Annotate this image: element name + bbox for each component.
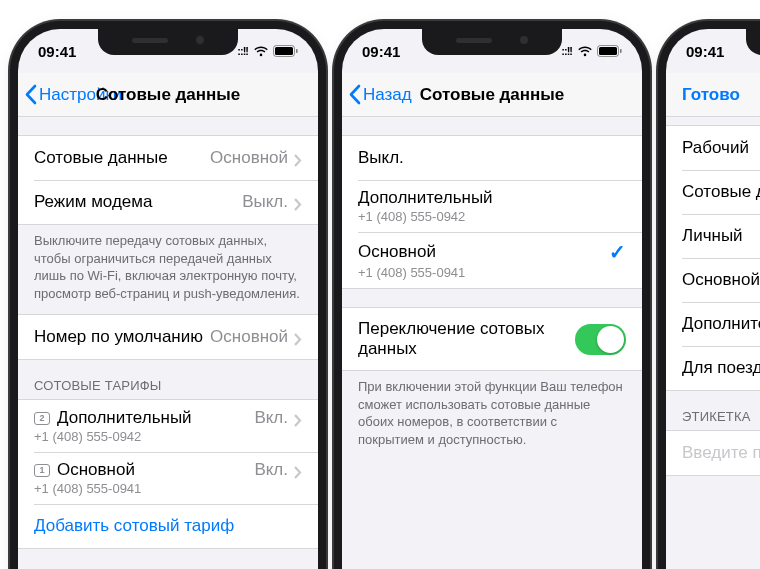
label-text: Дополнительный xyxy=(682,314,760,334)
label-option-secondary[interactable]: Дополнительный xyxy=(666,302,760,346)
label-option-travel[interactable]: Для поездок xyxy=(666,346,760,390)
signal-icon: ::!! xyxy=(237,45,248,57)
plan-number: +1 (408) 555-0941 xyxy=(34,481,302,496)
status-indicators: ::!! xyxy=(237,45,298,57)
svg-rect-4 xyxy=(599,47,617,55)
back-button[interactable]: Назад xyxy=(342,84,412,105)
label-text: Сотовые данные xyxy=(682,182,760,202)
battery-icon xyxy=(273,45,298,57)
statusbar-time: 09:41 xyxy=(686,43,740,60)
sim-slot-icon: 2 xyxy=(34,412,50,425)
option-off[interactable]: Выкл. xyxy=(342,136,642,180)
phone-cellular-settings: 09:41 ::!! Настройки Сотовые данные Сото… xyxy=(18,29,318,569)
add-plan-row[interactable]: Добавить сотовый тариф xyxy=(18,504,318,548)
phone-cellular-data-picker: 09:41 ::!! Назад Сотовые данные Выкл. До xyxy=(342,29,642,569)
custom-label-placeholder: Введите подпись xyxy=(682,443,760,463)
data-switching-label: Переключение сотовых данных xyxy=(358,319,575,359)
scroll-area[interactable]: Выкл. Дополнительный +1 (408) 555-0942 О… xyxy=(342,117,642,569)
wifi-icon xyxy=(577,45,593,57)
chevron-right-icon xyxy=(294,196,302,209)
back-button[interactable]: Настройки xyxy=(18,84,122,105)
battery-icon xyxy=(597,45,622,57)
svg-rect-2 xyxy=(296,49,298,53)
statusbar-time: 09:41 xyxy=(38,43,92,60)
sim-slot-icon: 1 xyxy=(34,464,50,477)
nav-bar: Назад Сотовые данные xyxy=(342,73,642,117)
option-title: Основной xyxy=(358,242,609,262)
plan-title: Дополнительный xyxy=(57,408,254,428)
label-option-cellular-data[interactable]: Сотовые данные xyxy=(666,170,760,214)
chevron-right-icon xyxy=(294,412,302,425)
signal-icon: ::!! xyxy=(561,45,572,57)
label-option-work[interactable]: Рабочий xyxy=(666,126,760,170)
scroll-area[interactable]: Сотовые данные Основной Режим модема Вык… xyxy=(18,117,318,569)
cellular-data-row[interactable]: Сотовые данные Основной xyxy=(18,136,318,180)
plan-value: Вкл. xyxy=(254,408,288,428)
default-number-value: Основной xyxy=(210,327,288,347)
status-indicators: ::!! xyxy=(561,45,622,57)
scroll-area[interactable]: Рабочий Сотовые данные Личный Основной Д… xyxy=(666,117,760,569)
label-text: Основной xyxy=(682,270,760,290)
plan-value: Вкл. xyxy=(254,460,288,480)
option-number: +1 (408) 555-0941 xyxy=(358,265,626,280)
option-off-label: Выкл. xyxy=(358,148,626,168)
plans-header: СОТОВЫЕ ТАРИФЫ xyxy=(18,360,318,399)
data-switching-row[interactable]: Переключение сотовых данных xyxy=(342,308,642,370)
chevron-right-icon xyxy=(294,331,302,344)
chevron-right-icon xyxy=(294,464,302,477)
phone-label-picker: 09:41 Готово +1 (40 Рабочий Сотовые данн… xyxy=(666,29,760,569)
chevron-left-icon xyxy=(348,84,361,105)
plan-number: +1 (408) 555-0942 xyxy=(34,429,302,444)
cellular-help-text: Выключите передачу сотовых данных, чтобы… xyxy=(18,225,318,306)
notch xyxy=(422,29,562,55)
statusbar-time: 09:41 xyxy=(362,43,416,60)
hotspot-row[interactable]: Режим модема Выкл. xyxy=(18,180,318,224)
option-primary[interactable]: Основной ✓ +1 (408) 555-0941 xyxy=(342,232,642,288)
tag-header: ЭТИКЕТКА xyxy=(666,391,760,430)
label-option-personal[interactable]: Личный xyxy=(666,214,760,258)
cellular-data-label: Сотовые данные xyxy=(34,148,210,168)
svg-rect-5 xyxy=(620,49,622,53)
option-title: Дополнительный xyxy=(358,188,626,208)
add-plan-label: Добавить сотовый тариф xyxy=(34,516,234,536)
nav-bar: Готово +1 (40 xyxy=(666,73,760,117)
hotspot-label: Режим модема xyxy=(34,192,242,212)
chevron-left-icon xyxy=(24,84,37,105)
label-text: Для поездок xyxy=(682,358,760,378)
nav-bar: Настройки Сотовые данные xyxy=(18,73,318,117)
plan-primary-row[interactable]: 1 Основной Вкл. +1 (408) 555-0941 xyxy=(18,452,318,504)
svg-rect-1 xyxy=(275,47,293,55)
usage-header: СОТОВЫЕ ДАННЫЕ ДЛЯ ОСНОВНОЙ xyxy=(18,549,318,569)
label-text: Рабочий xyxy=(682,138,760,158)
hotspot-value: Выкл. xyxy=(242,192,288,212)
plan-title: Основной xyxy=(57,460,254,480)
notch xyxy=(98,29,238,55)
label-text: Личный xyxy=(682,226,760,246)
data-switching-help: При включении этой функции Ваш телефон с… xyxy=(342,371,642,452)
plan-secondary-row[interactable]: 2 Дополнительный Вкл. +1 (408) 555-0942 xyxy=(18,400,318,452)
option-secondary[interactable]: Дополнительный +1 (408) 555-0942 xyxy=(342,180,642,232)
checkmark-icon: ✓ xyxy=(609,240,626,264)
default-number-row[interactable]: Номер по умолчанию Основной xyxy=(18,315,318,359)
done-button[interactable]: Готово xyxy=(666,85,740,105)
chevron-right-icon xyxy=(294,152,302,165)
custom-label-input[interactable]: Введите подпись xyxy=(666,431,760,475)
cellular-data-value: Основной xyxy=(210,148,288,168)
wifi-icon xyxy=(253,45,269,57)
option-number: +1 (408) 555-0942 xyxy=(358,209,626,224)
default-number-label: Номер по умолчанию xyxy=(34,327,210,347)
data-switching-toggle[interactable] xyxy=(575,324,626,355)
back-label: Назад xyxy=(363,85,412,105)
label-option-primary[interactable]: Основной xyxy=(666,258,760,302)
back-label: Настройки xyxy=(39,85,122,105)
